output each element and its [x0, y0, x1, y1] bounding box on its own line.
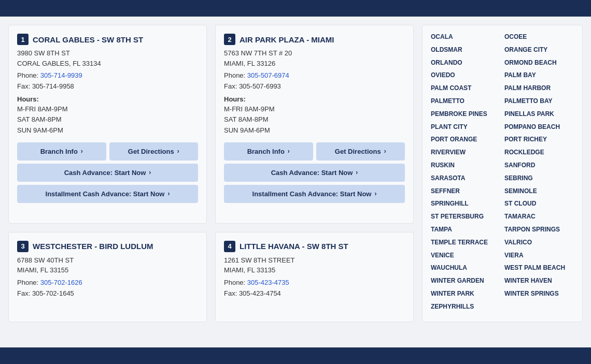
branch-actions: Branch Info › Get Directions › Cash Adva… — [224, 142, 405, 203]
branch-phone-fax: Phone: 305-714-9939 Fax: 305-714-9958 — [17, 70, 198, 92]
city-item[interactable]: ORANGE CITY — [504, 43, 574, 56]
chevron-icon: › — [374, 190, 376, 197]
chevron-icon: › — [149, 169, 151, 176]
city-item[interactable]: OCALA — [431, 31, 500, 43]
city-item[interactable]: WINTER SPRINGS — [504, 287, 574, 300]
branch-address: 6788 SW 40TH STMIAMI, FL 33155 — [17, 255, 198, 275]
city-item[interactable]: TARPON SPRINGS — [504, 223, 574, 236]
city-item[interactable]: PALMETTO BAY — [504, 95, 574, 108]
chevron-icon: › — [177, 148, 179, 155]
branch-name: WESTCHESTER - BIRD LUDLUM — [33, 242, 153, 251]
branch-number: 3 — [17, 241, 29, 252]
chevron-icon: › — [356, 169, 358, 176]
branch-card-4: 4 LITTLE HAVANA - SW 8TH ST 1261 SW 8TH … — [215, 232, 414, 322]
city-item[interactable]: POMPANO BEACH — [504, 121, 574, 134]
city-item[interactable]: ST PETERSBURG — [431, 210, 500, 223]
branch-number: 4 — [224, 241, 235, 252]
city-item[interactable]: SEBRING — [504, 172, 574, 185]
city-item[interactable]: SANFORD — [504, 159, 574, 172]
city-item[interactable]: WAUCHULA — [431, 261, 500, 274]
city-item[interactable]: PORT ORANGE — [431, 133, 500, 146]
hours-label: Hours: — [17, 95, 198, 103]
branch-info-button[interactable]: Branch Info › — [224, 142, 313, 161]
branches-grid: 1 CORAL GABLES - SW 8TH ST 3980 SW 8TH S… — [8, 25, 414, 322]
city-item[interactable]: OVIEDO — [431, 69, 500, 82]
branch-name: AIR PARK PLAZA - MIAMI — [240, 35, 334, 44]
installment-cash-advance-button[interactable]: Installment Cash Advance: Start Now › — [224, 185, 405, 203]
city-item[interactable]: PEMBROKE PINES — [431, 108, 500, 121]
city-item[interactable]: WINTER PARK — [431, 287, 500, 300]
city-item[interactable]: TEMPLE TERRACE — [431, 236, 500, 249]
city-item[interactable]: ORLANDO — [431, 56, 500, 69]
city-item[interactable]: TAMARAC — [504, 210, 574, 223]
get-directions-button[interactable]: Get Directions › — [109, 142, 199, 161]
city-item[interactable]: ROCKLEDGE — [504, 146, 574, 159]
city-item[interactable]: VIERA — [504, 249, 574, 262]
branch-address: 3980 SW 8TH STCORAL GABLES, FL 33134 — [17, 48, 198, 68]
city-item[interactable]: WINTER GARDEN — [431, 274, 500, 287]
branch-phone-fax: Phone: 305-507-6974 Fax: 305-507-6993 — [224, 70, 405, 92]
city-item[interactable]: SARASOTA — [431, 172, 500, 185]
branch-hours: M-FRI 8AM-9PMSAT 8AM-8PMSUN 9AM-6PM — [224, 104, 405, 136]
city-item[interactable]: RIVERVIEW — [431, 146, 500, 159]
city-item[interactable]: OCOEE — [504, 31, 574, 43]
city-item[interactable]: WEST PALM BEACH — [504, 261, 574, 274]
city-item[interactable]: VENICE — [431, 249, 500, 262]
city-item[interactable]: PINELLAS PARK — [504, 108, 574, 121]
city-item[interactable]: SEFFNER — [431, 185, 500, 198]
branch-address: 5763 NW 7TH ST # 20MIAMI, FL 33126 — [224, 48, 405, 68]
city-item[interactable]: ORMOND BEACH — [504, 56, 574, 69]
city-item[interactable]: ZEPHYRHILLS — [431, 300, 500, 313]
city-item[interactable]: PALMETTO — [431, 95, 500, 108]
get-directions-button[interactable]: Get Directions › — [316, 142, 405, 161]
chevron-icon: › — [167, 190, 170, 197]
branch-card-1: 1 CORAL GABLES - SW 8TH ST 3980 SW 8TH S… — [8, 25, 207, 224]
phone-link[interactable]: 305-507-6974 — [247, 71, 289, 79]
top-bar — [0, 0, 591, 17]
hours-label: Hours: — [224, 95, 405, 103]
branch-name: CORAL GABLES - SW 8TH ST — [33, 35, 143, 44]
city-item[interactable]: PALM BAY — [504, 69, 574, 82]
phone-link[interactable]: 305-423-4735 — [247, 279, 289, 286]
cash-advance-button[interactable]: Cash Advance: Start Now › — [17, 164, 198, 182]
city-item[interactable]: TAMPA — [431, 223, 500, 236]
city-item[interactable]: RUSKIN — [431, 159, 500, 172]
branch-address: 1261 SW 8TH STREETMIAMI, FL 33135 — [224, 255, 405, 275]
branch-card-2: 2 AIR PARK PLAZA - MIAMI 5763 NW 7TH ST … — [215, 25, 414, 224]
phone-link[interactable]: 305-702-1626 — [40, 279, 82, 286]
chevron-icon: › — [81, 148, 83, 155]
chevron-icon: › — [384, 148, 386, 155]
city-item[interactable]: PLANT CITY — [431, 121, 500, 134]
branch-number: 2 — [224, 34, 235, 45]
city-item[interactable]: PALM HARBOR — [504, 82, 574, 95]
city-item[interactable]: SPRINGHILL — [431, 197, 500, 210]
city-item[interactable]: VALRICO — [504, 236, 574, 249]
city-list: OCALAOLDSMARORLANDOOVIEDOPALM COASTPALME… — [422, 25, 583, 322]
installment-cash-advance-button[interactable]: Installment Cash Advance: Start Now › — [17, 185, 198, 203]
chevron-icon: › — [288, 148, 290, 155]
branch-number: 1 — [17, 34, 29, 45]
city-column-2: OCOEEORANGE CITYORMOND BEACHPALM BAYPALM… — [504, 31, 574, 313]
phone-link[interactable]: 305-714-9939 — [40, 71, 82, 79]
branch-name: LITTLE HAVANA - SW 8TH ST — [240, 242, 348, 251]
bottom-bar — [0, 347, 591, 364]
city-item[interactable]: ST CLOUD — [504, 197, 574, 210]
branch-info-button[interactable]: Branch Info › — [17, 142, 106, 161]
branch-hours: M-FRI 8AM-9PMSAT 8AM-8PMSUN 9AM-6PM — [17, 104, 198, 136]
city-column-1: OCALAOLDSMARORLANDOOVIEDOPALM COASTPALME… — [431, 31, 500, 313]
city-item[interactable]: WINTER HAVEN — [504, 274, 574, 287]
city-item[interactable]: OLDSMAR — [431, 43, 500, 56]
city-item[interactable]: PALM COAST — [431, 82, 500, 95]
city-item[interactable]: PORT RICHEY — [504, 133, 574, 146]
branch-card-3: 3 WESTCHESTER - BIRD LUDLUM 6788 SW 40TH… — [8, 232, 207, 322]
branch-actions: Branch Info › Get Directions › Cash Adva… — [17, 142, 198, 203]
cash-advance-button[interactable]: Cash Advance: Start Now › — [224, 164, 405, 182]
city-item[interactable]: SEMINOLE — [504, 185, 574, 198]
branch-phone-fax: Phone: 305-702-1626 Fax: 305-702-1645 — [17, 278, 198, 299]
branch-phone-fax: Phone: 305-423-4735 Fax: 305-423-4754 — [224, 278, 405, 299]
